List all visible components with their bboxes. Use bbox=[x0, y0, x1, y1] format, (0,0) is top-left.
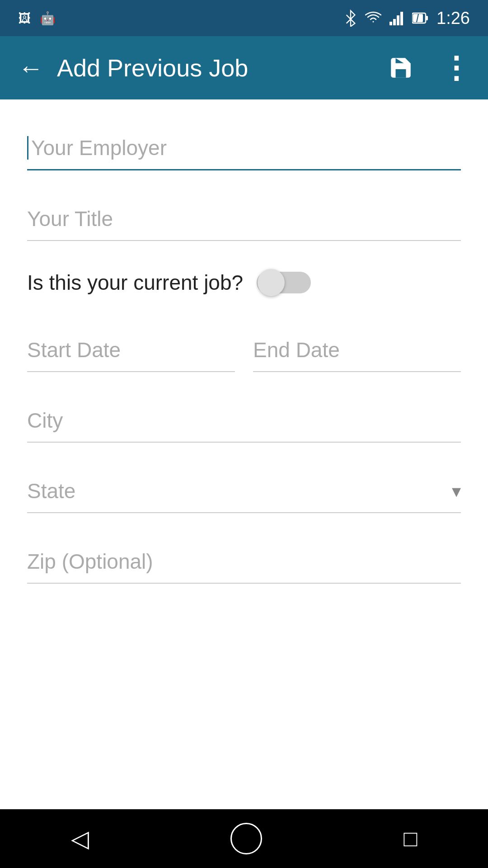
svg-rect-3 bbox=[400, 12, 403, 25]
state-placeholder: State bbox=[27, 479, 452, 503]
title-field-wrapper bbox=[27, 198, 461, 241]
more-options-button[interactable]: ⋮ bbox=[441, 51, 470, 85]
nav-back-button[interactable]: ◁ bbox=[71, 825, 89, 852]
start-date-field[interactable]: Start Date bbox=[27, 329, 235, 372]
cursor bbox=[27, 136, 28, 160]
svg-rect-2 bbox=[397, 15, 399, 25]
status-bar-left: 🖼 🤖 bbox=[18, 11, 56, 26]
zip-input[interactable] bbox=[27, 540, 461, 584]
end-date-field[interactable]: End Date bbox=[253, 329, 461, 372]
save-button[interactable] bbox=[388, 55, 414, 81]
image-icon: 🖼 bbox=[18, 11, 31, 26]
svg-rect-5 bbox=[426, 16, 428, 20]
bluetooth-icon bbox=[344, 9, 357, 27]
nav-recent-button[interactable]: □ bbox=[404, 826, 417, 852]
state-dropdown[interactable]: State ▾ bbox=[27, 470, 461, 513]
page-title: Add Previous Job bbox=[57, 54, 374, 82]
status-bar: 🖼 🤖 1:26 bbox=[0, 0, 488, 36]
chevron-down-icon: ▾ bbox=[452, 481, 461, 501]
signal-icon bbox=[389, 11, 404, 25]
start-date-placeholder: Start Date bbox=[27, 338, 121, 362]
svg-rect-1 bbox=[393, 19, 396, 25]
city-input[interactable] bbox=[27, 399, 461, 443]
back-button[interactable]: ← bbox=[18, 53, 43, 83]
current-job-label: Is this your current job? bbox=[27, 270, 243, 295]
title-input[interactable] bbox=[27, 198, 461, 241]
battery-icon bbox=[412, 11, 428, 25]
employer-field-wrapper: Your Employer bbox=[27, 127, 461, 170]
bottom-nav: ◁ □ bbox=[0, 809, 488, 868]
wifi-icon bbox=[365, 11, 381, 25]
end-date-placeholder: End Date bbox=[253, 338, 340, 362]
current-job-row: Is this your current job? bbox=[27, 268, 461, 302]
employer-placeholder: Your Employer bbox=[31, 136, 167, 160]
city-field-wrapper bbox=[27, 399, 461, 443]
nav-home-button[interactable] bbox=[230, 823, 262, 854]
android-icon: 🤖 bbox=[40, 11, 56, 26]
toggle-thumb bbox=[258, 269, 285, 296]
app-bar: ← Add Previous Job ⋮ bbox=[0, 36, 488, 99]
form-content: Your Employer Is this your current job? … bbox=[0, 99, 488, 584]
current-job-toggle[interactable] bbox=[257, 268, 311, 297]
date-row: Start Date End Date bbox=[27, 329, 461, 372]
zip-field-wrapper bbox=[27, 540, 461, 584]
svg-rect-0 bbox=[389, 22, 392, 25]
status-bar-right: 1:26 bbox=[344, 9, 470, 28]
status-time: 1:26 bbox=[436, 9, 470, 28]
